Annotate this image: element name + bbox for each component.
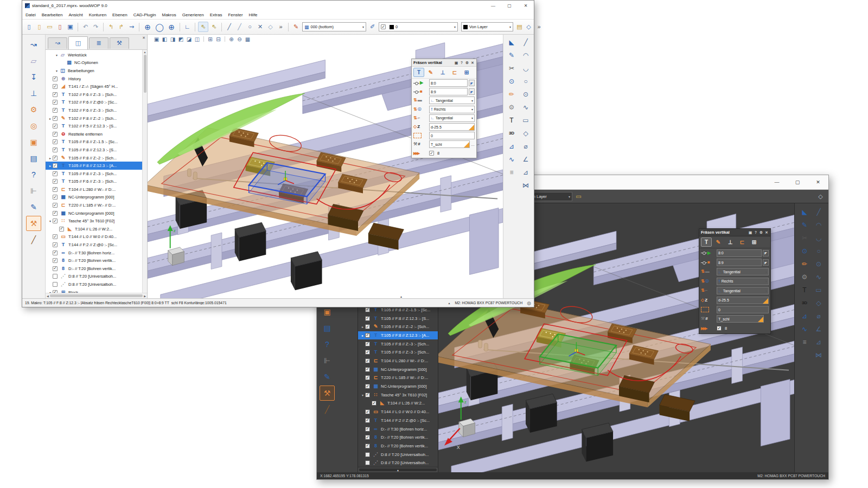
row-checkbox[interactable] <box>365 367 370 372</box>
center-point-icon[interactable]: ⊙ <box>799 246 810 256</box>
tree-row[interactable]: ▦NC-Unterprogramm [000] <box>46 209 147 217</box>
layer-dropdown[interactable]: ▦ 000 (bottom) ▾ <box>302 22 366 31</box>
measure-icon[interactable]: ⊿ <box>506 141 518 151</box>
macro-mill-vertical-icon[interactable]: T <box>413 68 424 77</box>
tree-row[interactable]: ▤NC-Optionen <box>46 59 147 67</box>
ring-icon[interactable]: ◎ <box>26 118 41 133</box>
macro-mill-vertical-icon[interactable]: T <box>701 237 712 247</box>
tree-row[interactable]: ▸TT:105 // F:8 // Z:12.3 :- [A... <box>358 331 438 340</box>
tree-row[interactable]: ⊏T:104 // L:280 // W:- // D:... <box>46 185 147 194</box>
pick-end-button[interactable]: ◤ <box>763 259 769 266</box>
grid-icon[interactable]: ▦ <box>244 36 251 42</box>
mirror-tool-icon[interactable]: ⋈ <box>520 180 532 190</box>
corner-snap-icon[interactable]: ∟ <box>183 22 192 31</box>
horizontal-scrollbar[interactable]: ▲ <box>358 467 438 472</box>
row-checkbox[interactable] <box>365 358 370 363</box>
select-icon[interactable]: ⇖ <box>198 22 208 32</box>
polygon-tool-icon[interactable]: ◇ <box>520 128 532 138</box>
tree-row[interactable]: TT:102 // F:6 // Z:-3 :- [Sch... <box>46 106 147 114</box>
export-icon[interactable]: ↱ <box>117 22 126 31</box>
tree-row[interactable]: ▦NC-Unterprogramm [000] <box>358 382 438 391</box>
row-checkbox[interactable] <box>53 92 58 97</box>
view-side-icon[interactable]: ◨ <box>169 36 176 42</box>
maximize-button[interactable]: ▢ <box>787 175 808 189</box>
tab-tools[interactable]: ⚒ <box>110 37 129 49</box>
tree-row[interactable]: ⊖Restteile entfernen <box>46 130 147 138</box>
panel-float-icon[interactable]: ▣ <box>454 61 458 65</box>
mirror-tool-icon[interactable]: ⋈ <box>813 350 825 360</box>
end-point-field[interactable]: 8:9 <box>717 259 762 266</box>
scissors-icon[interactable]: ✂ <box>506 63 518 73</box>
lead-in-select[interactable]: ∟Tangential▾ <box>429 97 475 104</box>
tree-row[interactable]: ⋰D:8 // T:20 [Universalboh... <box>46 280 147 288</box>
tree-row[interactable]: ⊏T:220 // L:185 // W:- // D:... <box>46 201 147 209</box>
undo-icon[interactable]: ↶ <box>81 22 90 31</box>
pick-start-button[interactable]: ◤ <box>763 250 769 256</box>
view-front-icon[interactable]: ◧ <box>161 36 168 42</box>
tree-row[interactable]: TT:102 // F:6 // Z:@0 :- [Sc... <box>46 99 147 107</box>
vertical-scrollbar[interactable]: ▲ <box>142 50 147 293</box>
row-checkbox[interactable] <box>365 418 370 423</box>
workpiece-icon[interactable]: ▱ <box>26 53 41 68</box>
expand-icon[interactable]: ▸ <box>360 333 365 337</box>
hammer-icon[interactable]: ⚒ <box>26 216 41 231</box>
properties-icon[interactable]: ▤ <box>515 22 524 31</box>
view-3d-icon[interactable]: ▣ <box>153 36 160 42</box>
menu-item[interactable]: Bearbeiten <box>42 12 63 17</box>
row-checkbox[interactable] <box>53 156 58 160</box>
tab-variables[interactable]: ≣ <box>89 37 108 49</box>
layer-paint-icon[interactable]: ✐ <box>368 22 377 31</box>
chisel-icon[interactable]: ╱ <box>26 232 41 247</box>
fraesen-vertikal-panel[interactable]: Fräsen vertikal ▣?⚙✕ T✎⊥⊏⊞ ▶ 8:0 ◤ ■ 8:9… <box>699 228 771 334</box>
tree-row[interactable]: TT:105 // F:8 // Z:-1.5 :- [Sc... <box>46 138 147 146</box>
scroll-up-icon[interactable]: ▲ <box>144 50 146 54</box>
row-checkbox[interactable] <box>53 274 58 279</box>
panel-header[interactable]: Fräsen vertikal ▣?⚙✕ <box>412 59 476 67</box>
hammer-icon[interactable]: ⚒ <box>320 386 335 401</box>
frame-icon[interactable]: ▣ <box>26 134 41 150</box>
scrollbar-thumb[interactable] <box>50 294 143 297</box>
row-checkbox[interactable] <box>53 187 58 192</box>
settings-gear-icon[interactable]: ⚙ <box>799 272 810 282</box>
open-icon[interactable]: ▭ <box>45 22 54 31</box>
row-checkbox[interactable] <box>365 435 370 440</box>
expand-icon[interactable]: ▾ <box>48 219 53 223</box>
row-checkbox[interactable] <box>53 258 58 263</box>
linetype-dropdown[interactable]: Von Layer ▾ <box>461 22 513 31</box>
row-checkbox[interactable] <box>53 242 58 247</box>
help-icon[interactable]: ? <box>320 337 335 352</box>
row-checkbox[interactable] <box>365 375 370 380</box>
edit-pencil-icon[interactable]: ✏ <box>506 89 518 99</box>
close-button[interactable]: ✕ <box>808 175 828 189</box>
pencil-icon[interactable]: ✎ <box>26 200 41 215</box>
panel-help-icon[interactable]: ? <box>754 230 758 234</box>
spline-tool-icon[interactable]: ∿ <box>813 272 825 282</box>
row-checkbox[interactable] <box>365 444 370 448</box>
tool-browse-button[interactable]: … <box>471 143 475 146</box>
expand-icon[interactable]: ▾ <box>360 393 365 397</box>
triangle-tool-icon[interactable]: ⊿ <box>520 167 532 177</box>
line-icon[interactable]: ╱ <box>225 22 234 31</box>
horizontal-scrollbar[interactable]: ◀ ▶ <box>46 293 147 298</box>
spline-icon[interactable]: ∿ <box>799 324 810 334</box>
splitter-handle[interactable]: ▲ <box>400 295 403 298</box>
view-split-icon[interactable]: ◫ <box>194 36 201 42</box>
tree-row[interactable]: ⊏T:220 // L:185 // W:- // D:... <box>358 374 438 382</box>
splitter-handle[interactable]: ▲ <box>448 301 450 305</box>
point-icon[interactable]: ✕ <box>256 22 265 31</box>
row-checkbox[interactable] <box>53 266 58 271</box>
center-point-icon[interactable]: ⊙ <box>506 76 518 86</box>
zoom-in-icon[interactable]: ⊕ <box>228 36 235 42</box>
row-checkbox[interactable] <box>372 401 376 406</box>
row-checkbox[interactable] <box>53 147 58 152</box>
row-checkbox[interactable] <box>53 116 58 121</box>
macro-pocket-icon[interactable]: ⊏ <box>449 68 460 77</box>
draw-pencil-icon[interactable]: ✎ <box>799 220 810 230</box>
draw-pencil-icon[interactable]: ✎ <box>506 50 518 60</box>
end-point-field[interactable]: 8:9 <box>429 88 468 95</box>
macro-special-icon[interactable]: ⊞ <box>749 237 760 247</box>
snap-corner-icon[interactable]: ◣ <box>506 37 518 47</box>
tree-row[interactable]: ▭T:144 // L:0 // W:0 // D:40... <box>358 408 438 416</box>
tool-field[interactable]: T_schl <box>717 315 764 323</box>
expand-icon[interactable]: ▸ <box>48 164 53 168</box>
